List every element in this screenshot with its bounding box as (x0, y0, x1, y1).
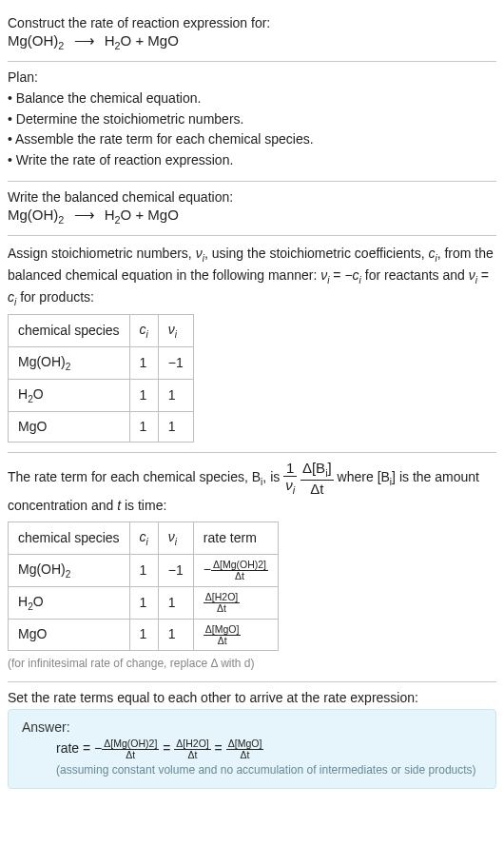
prompt-title: Construct the rate of reaction expressio… (8, 15, 496, 30)
answer-label: Answer: (22, 719, 482, 735)
table-row: MgO 1 1 Δ[MgO]Δt (9, 619, 279, 650)
plan-item: • Determine the stoichiometric numbers. (8, 109, 496, 130)
prompt-section: Construct the rate of reaction expressio… (8, 10, 496, 59)
species-cell: H2O (9, 586, 130, 619)
plan-item: • Write the rate of reaction expression. (8, 150, 496, 171)
divider (8, 61, 496, 62)
plan-bullets: • Balance the chemical equation. • Deter… (8, 89, 496, 171)
col-ci: ci (129, 315, 158, 347)
nui-cell: 1 (158, 380, 193, 412)
plus: + (135, 207, 144, 223)
species-cell: H2O (9, 380, 130, 412)
product-mgo: MgO (147, 32, 179, 49)
arrow-icon: ⟶ (74, 207, 95, 224)
answer-expression: rate = −Δ[Mg(OH)2]Δt = Δ[H2O]Δt = Δ[MgO]… (56, 738, 482, 759)
product-mgo: MgO (147, 207, 179, 223)
final-heading: Set the rate terms equal to each other t… (8, 690, 496, 705)
rateterm-table: chemical species ci νi rate term Mg(OH)2… (8, 522, 279, 651)
ci-cell: 1 (129, 586, 158, 619)
reactant: Mg(OH)2 (8, 207, 64, 223)
plan-item: • Balance the chemical equation. (8, 89, 496, 109)
divider (8, 452, 496, 453)
divider (8, 181, 496, 182)
table-header-row: chemical species ci νi rate term (9, 522, 279, 554)
product-h2o: H2O (105, 32, 132, 49)
answer-box: Answer: rate = −Δ[Mg(OH)2]Δt = Δ[H2O]Δt … (8, 709, 496, 789)
balanced-section: Write the balanced chemical equation: Mg… (8, 184, 496, 233)
ci-cell: 1 (129, 554, 158, 586)
prompt-equation: Mg(OH)2 ⟶ H2O + MgO (8, 32, 496, 51)
table-row: H2O 1 1 (9, 380, 194, 412)
balanced-heading: Write the balanced chemical equation: (8, 189, 496, 205)
col-rateterm: rate term (193, 522, 278, 554)
plan-heading: Plan: (8, 69, 496, 85)
nui-cell: 1 (158, 586, 193, 619)
ci-cell: 1 (129, 347, 158, 380)
ci-cell: 1 (129, 619, 158, 650)
stoich-section: Assign stoichiometric numbers, νi, using… (8, 238, 496, 450)
col-nui: νi (158, 522, 193, 554)
rateterm-cell: Δ[H2O]Δt (193, 586, 278, 619)
nui-cell: 1 (158, 619, 193, 650)
species-cell: MgO (9, 619, 130, 650)
divider (8, 235, 496, 236)
rateterm-cell: Δ[MgO]Δt (193, 619, 278, 650)
divider (8, 681, 496, 682)
ci-cell: 1 (129, 412, 158, 443)
col-nui: νi (158, 315, 193, 347)
col-species: chemical species (9, 315, 130, 347)
species-cell: Mg(OH)2 (9, 554, 130, 586)
final-section: Set the rate terms equal to each other t… (8, 684, 496, 797)
nui-cell: −1 (158, 347, 193, 380)
table-row: Mg(OH)2 1 −1 (9, 347, 194, 380)
plus: + (135, 32, 144, 49)
product-h2o: H2O (105, 207, 132, 223)
stoich-table: chemical species ci νi Mg(OH)2 1 −1 H2O … (8, 314, 194, 443)
species-cell: Mg(OH)2 (9, 347, 130, 380)
ci-cell: 1 (129, 380, 158, 412)
plan-section: Plan: • Balance the chemical equation. •… (8, 64, 496, 179)
rateterm-footnote: (for infinitesimal rate of change, repla… (8, 655, 496, 672)
stoich-text: Assign stoichiometric numbers, νi, using… (8, 246, 494, 305)
nui-cell: −1 (158, 554, 193, 586)
arrow-icon: ⟶ (74, 32, 95, 49)
table-row: H2O 1 1 Δ[H2O]Δt (9, 586, 279, 619)
col-ci: ci (129, 522, 158, 554)
rateterm-section: The rate term for each chemical species,… (8, 455, 496, 679)
table-row: MgO 1 1 (9, 412, 194, 443)
table-row: Mg(OH)2 1 −1 −Δ[Mg(OH)2]Δt (9, 554, 279, 586)
dconc-dt-frac: Δ[Bi] Δt (300, 461, 334, 496)
rateterm-cell: −Δ[Mg(OH)2]Δt (193, 554, 278, 586)
balanced-equation: Mg(OH)2 ⟶ H2O + MgO (8, 207, 496, 226)
plan-item: • Assemble the rate term for each chemic… (8, 129, 496, 150)
one-over-nu-frac: 1 νi (283, 461, 297, 496)
col-species: chemical species (9, 522, 130, 554)
table-header-row: chemical species ci νi (9, 315, 194, 347)
rateterm-text: The rate term for each chemical species,… (8, 469, 479, 513)
reactant: Mg(OH)2 (8, 32, 64, 49)
species-cell: MgO (9, 412, 130, 443)
answer-note: (assuming constant volume and no accumul… (56, 763, 482, 777)
nui-cell: 1 (158, 412, 193, 443)
